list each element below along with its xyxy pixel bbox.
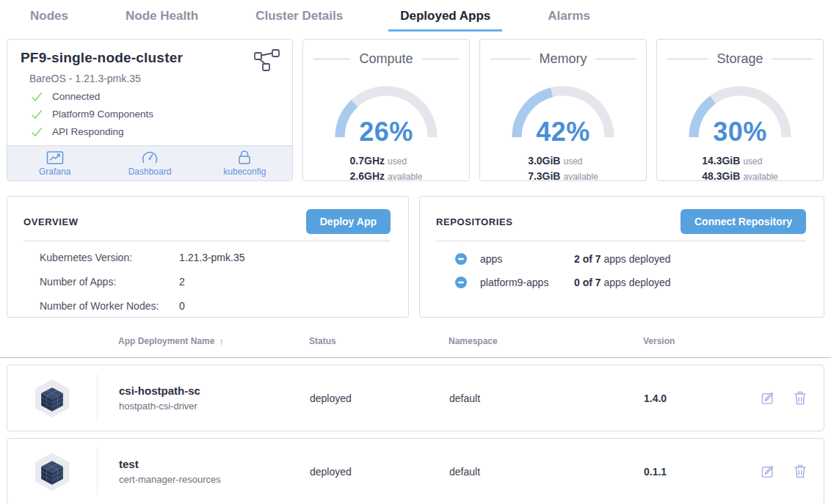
table-divider: [0, 357, 831, 358]
apps-table-header: App Deployment Name ↑ Status Namespace V…: [7, 331, 824, 351]
summary-cards-row: PF9-single-node-cluster BareOS - 1.21.3-…: [7, 39, 824, 181]
app-row-test[interactable]: test cert-manager-resources deployed def…: [7, 438, 824, 504]
tab-nodes[interactable]: Nodes: [18, 6, 80, 32]
memory-gauge: 42%: [508, 77, 618, 142]
overview-title: OVERVIEW: [23, 216, 79, 227]
minus-circle-icon[interactable]: [455, 277, 467, 288]
tab-alarms[interactable]: Alarms: [536, 6, 602, 32]
kubeconfig-link[interactable]: kubeconfig: [197, 146, 292, 180]
divider: [436, 241, 806, 241]
app-status: deployed: [310, 392, 449, 404]
compute-gauge: 26%: [331, 77, 441, 142]
storage-usage-card: Storage 30% 14.3GiBused 48.3GiBavailable: [656, 39, 824, 181]
tab-bar: Nodes Node Health Cluster Details Deploy…: [0, 0, 831, 32]
gauge-icon: [142, 150, 158, 165]
app-row-csi-hostpath-sc[interactable]: csi-hostpath-sc hostpath-csi-driver depl…: [7, 365, 824, 431]
trash-icon: [794, 464, 806, 478]
dashboard-link[interactable]: Dashboard: [102, 146, 197, 180]
app-name[interactable]: csi-hostpath-sc: [119, 384, 310, 397]
cluster-name: PF9-single-node-cluster: [21, 50, 279, 66]
tab-node-health[interactable]: Node Health: [114, 6, 210, 32]
repositories-title: REPOSITORIES: [436, 216, 512, 227]
memory-usage-card: Memory 42% 3.0GiBused 7.3GiBavailable: [479, 39, 647, 181]
app-version: 1.4.0: [644, 392, 761, 404]
helm-app-icon: [33, 377, 71, 420]
edit-icon: [761, 391, 775, 405]
app-namespace: default: [449, 392, 644, 404]
check-platform9-components: Platform9 Components: [31, 109, 279, 120]
compute-usage-card: Compute 26% 0.7GHzused 2.6GHzavailable: [302, 39, 470, 181]
tab-cluster-details[interactable]: Cluster Details: [244, 6, 355, 32]
details-row: OVERVIEW Deploy App Kubernetes Version: …: [7, 196, 824, 318]
gauge-title: Compute: [359, 51, 413, 67]
gauge-percent: 42%: [508, 117, 618, 147]
gauge-stats: 0.7GHzused 2.6GHzavailable: [350, 153, 423, 184]
helm-app-icon: [33, 450, 71, 493]
app-name[interactable]: test: [119, 458, 310, 470]
gauge-percent: 26%: [331, 117, 441, 147]
check-icon: [31, 92, 43, 102]
minus-circle-icon[interactable]: [455, 253, 467, 265]
edit-app-button[interactable]: [761, 464, 775, 478]
cluster-summary-card: PF9-single-node-cluster BareOS - 1.21.3-…: [7, 39, 293, 181]
cluster-topology-icon: [253, 48, 280, 71]
app-status: deployed: [310, 466, 449, 478]
check-api-responding: API Responding: [31, 126, 279, 137]
deploy-app-button[interactable]: Deploy App: [306, 209, 391, 234]
repository-row-platform9-apps: platform9-apps 0 of 7 apps deployed: [455, 277, 806, 288]
app-chart-name: cert-manager-resources: [119, 474, 310, 485]
overview-panel: OVERVIEW Deploy App Kubernetes Version: …: [7, 196, 409, 318]
check-icon: [31, 127, 43, 137]
column-app-deployment-name[interactable]: App Deployment Name ↑: [118, 336, 309, 347]
column-version[interactable]: Version: [643, 336, 761, 346]
gauge-percent: 30%: [685, 117, 795, 147]
gauge-title: Storage: [716, 51, 763, 67]
repository-row-apps: apps 2 of 7 apps deployed: [455, 253, 806, 265]
edit-app-button[interactable]: [761, 391, 775, 405]
kubernetes-version-row: Kubernetes Version: 1.21.3-pmk.35: [40, 252, 391, 263]
tab-deployed-apps[interactable]: Deployed Apps: [388, 6, 502, 32]
gauge-title: Memory: [540, 51, 587, 67]
grafana-chart-icon: [46, 150, 64, 165]
connect-repository-button[interactable]: Connect Repository: [681, 209, 806, 234]
cluster-type-version: BareOS - 1.21.3-pmk.35: [29, 73, 279, 84]
number-of-worker-nodes-row: Number of Worker Nodes: 0: [40, 300, 391, 312]
delete-app-button[interactable]: [794, 391, 806, 405]
check-icon: [31, 109, 43, 120]
column-namespace[interactable]: Namespace: [449, 336, 643, 346]
cluster-health-checks: Connected Platform9 Components API Respo…: [31, 91, 279, 137]
app-namespace: default: [449, 466, 644, 478]
delete-app-button[interactable]: [794, 464, 806, 478]
app-chart-name: hostpath-csi-driver: [119, 401, 310, 412]
column-status[interactable]: Status: [309, 336, 449, 346]
trash-icon: [794, 391, 806, 405]
check-connected: Connected: [31, 91, 279, 102]
lock-icon: [237, 150, 252, 165]
grafana-link[interactable]: Grafana: [7, 146, 102, 180]
sort-ascending-icon[interactable]: ↑: [219, 336, 224, 347]
number-of-apps-row: Number of Apps: 2: [40, 276, 391, 288]
edit-icon: [761, 464, 775, 478]
storage-gauge: 30%: [685, 77, 795, 142]
cluster-quick-links: Grafana Dashboard kubeconfig: [7, 145, 292, 180]
repositories-panel: REPOSITORIES Connect Repository apps 2 o…: [419, 196, 824, 318]
gauge-stats: 14.3GiBused 48.3GiBavailable: [702, 153, 778, 184]
app-version: 0.1.1: [644, 466, 761, 478]
gauge-stats: 3.0GiBused 7.3GiBavailable: [528, 153, 598, 184]
divider: [23, 241, 391, 241]
